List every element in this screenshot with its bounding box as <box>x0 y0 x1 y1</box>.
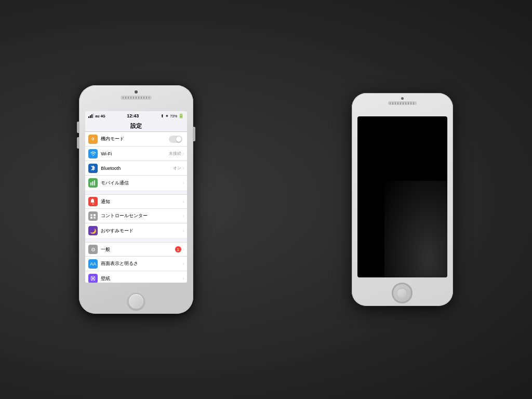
svg-point-8 <box>92 277 94 280</box>
svg-point-9 <box>91 276 92 277</box>
airplane-mode-toggle[interactable] <box>169 136 182 143</box>
settings-item-wallpaper[interactable]: 壁紙 › <box>85 271 187 283</box>
svg-rect-0 <box>90 182 91 185</box>
svg-point-10 <box>94 276 95 277</box>
phone-right <box>352 93 453 306</box>
do-not-disturb-label: おやすみモード <box>101 228 182 234</box>
svg-rect-6 <box>94 217 96 219</box>
general-label: 一般 <box>101 246 175 253</box>
battery-percent: 73% <box>170 114 177 118</box>
settings-item-notifications[interactable]: 通知 › <box>85 194 187 209</box>
control-center-chevron: › <box>183 214 184 218</box>
carrier-label: au <box>95 114 99 118</box>
svg-rect-5 <box>90 217 92 219</box>
cellular-chevron: › <box>183 181 184 185</box>
settings-group-general: ⚙ 一般 1 › AA 画面表示と明るさ › <box>85 242 187 283</box>
volume-up-button[interactable] <box>77 122 79 133</box>
svg-rect-4 <box>94 214 96 216</box>
svg-rect-2 <box>94 180 95 185</box>
general-badge: 1 <box>175 246 181 252</box>
status-time: 12:43 <box>127 113 139 118</box>
speaker-grille-right <box>388 101 417 105</box>
status-right: ⬆ ✦ 73% 🔋 <box>161 113 184 118</box>
settings-item-general[interactable]: ⚙ 一般 1 › <box>85 242 187 257</box>
home-button[interactable] <box>128 293 144 310</box>
wallpaper-chevron: › <box>183 276 184 281</box>
cellular-label: モバイル通信 <box>101 180 182 187</box>
signal-bars <box>88 114 94 118</box>
cellular-icon <box>88 178 98 188</box>
settings-title: 設定 <box>130 122 142 130</box>
wallpaper-icon <box>88 274 98 283</box>
settings-list: ✈ 機内モード Wi-Fi 未 <box>85 132 187 283</box>
do-not-disturb-icon: 🌙 <box>88 226 98 235</box>
front-camera <box>135 90 138 94</box>
display-label: 画面表示と明るさ <box>101 260 182 267</box>
do-not-disturb-chevron: › <box>183 229 184 233</box>
wifi-label: Wi-Fi <box>101 151 168 156</box>
svg-point-12 <box>94 280 95 281</box>
settings-group-connectivity: ✈ 機内モード Wi-Fi 未 <box>85 132 187 190</box>
airplane-mode-icon: ✈ <box>88 135 98 144</box>
power-button[interactable] <box>193 127 195 141</box>
svg-rect-1 <box>92 181 94 185</box>
airplane-mode-label: 機内モード <box>101 136 169 142</box>
settings-item-airplane[interactable]: ✈ 機内モード <box>85 132 187 147</box>
wifi-icon <box>88 149 98 158</box>
wallpaper-label: 壁紙 <box>101 275 182 282</box>
phone-top-area <box>79 85 193 100</box>
phone-screen: au 4G 12:43 ⬆ ✦ 73% 🔋 設定 ✈ 機内モード <box>85 111 187 283</box>
status-left: au 4G <box>88 114 105 118</box>
settings-item-cellular[interactable]: モバイル通信 › <box>85 176 187 190</box>
notification-icon <box>88 197 98 206</box>
front-camera-right <box>401 97 404 100</box>
volume-down-button[interactable] <box>77 137 79 149</box>
settings-nav-bar: 設定 <box>85 121 187 132</box>
control-center-icon <box>88 211 98 221</box>
screen-reflection <box>384 181 447 277</box>
speaker-grille <box>121 96 152 100</box>
general-icon: ⚙ <box>88 245 98 254</box>
general-chevron: › <box>183 247 184 252</box>
phone-right-screen <box>357 116 447 277</box>
wifi-value: 未接続 <box>169 151 181 156</box>
wifi-chevron: › <box>183 151 184 156</box>
control-center-label: コントロールセンター <box>101 212 182 219</box>
status-bar: au 4G 12:43 ⬆ ✦ 73% 🔋 <box>85 111 187 121</box>
settings-group-system: 通知 › コントロールセンター › <box>85 194 187 238</box>
settings-item-display[interactable]: AA 画面表示と明るさ › <box>85 257 187 271</box>
settings-item-wifi[interactable]: Wi-Fi 未接続 › <box>85 147 187 161</box>
bluetooth-icon <box>88 164 98 173</box>
settings-item-control-center[interactable]: コントロールセンター › <box>85 209 187 223</box>
display-chevron: › <box>183 261 184 266</box>
battery-bar: 🔋 <box>178 113 184 118</box>
battery-icon: ⬆ ✦ <box>161 114 169 118</box>
svg-point-11 <box>91 280 92 281</box>
bluetooth-chevron: › <box>183 166 184 170</box>
settings-item-do-not-disturb[interactable]: 🌙 おやすみモード › <box>85 223 187 238</box>
settings-item-bluetooth[interactable]: Bluetooth オン › <box>85 161 187 176</box>
notifications-label: 通知 <box>101 198 182 205</box>
network-label: 4G <box>100 114 105 118</box>
bluetooth-value: オン <box>173 165 181 171</box>
display-icon: AA <box>88 259 98 269</box>
bluetooth-label: Bluetooth <box>101 166 172 171</box>
svg-rect-3 <box>90 214 92 216</box>
home-button-right[interactable] <box>392 283 413 303</box>
notifications-chevron: › <box>183 200 184 204</box>
phone-right-top <box>352 93 453 105</box>
phone-left: au 4G 12:43 ⬆ ✦ 73% 🔋 設定 ✈ 機内モード <box>79 85 193 314</box>
toggle-knob <box>176 137 181 142</box>
